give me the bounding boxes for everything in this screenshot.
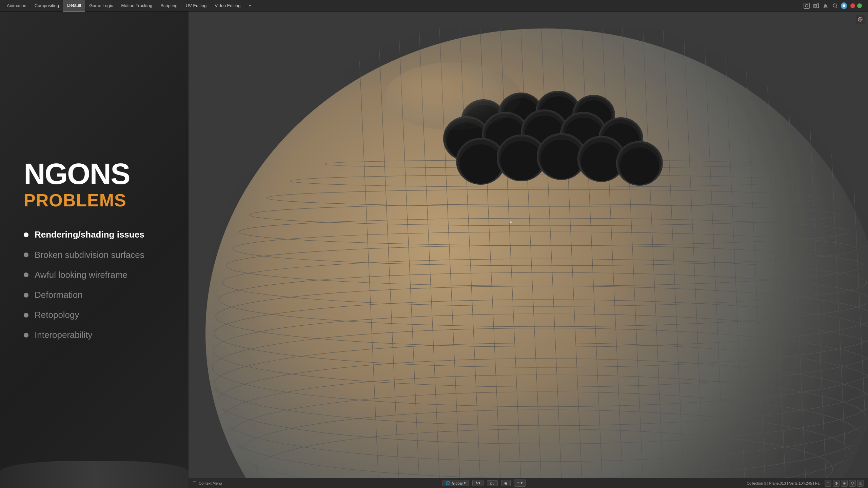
snap-btn[interactable]: ⎋▾ xyxy=(487,480,498,486)
svg-point-87 xyxy=(540,140,583,179)
bullet-item-4: Retopology xyxy=(24,310,165,320)
svg-point-93 xyxy=(620,147,659,185)
bullet-dot-0 xyxy=(24,232,28,237)
statusbar-center: 🌐 Global ▾ ↻▾ ⎋▾ ◉ 〜▾ xyxy=(222,480,747,487)
bullet-dot-4 xyxy=(24,313,28,318)
bullet-item-2: Awful looking wireframe xyxy=(24,270,165,280)
svg-point-2 xyxy=(815,5,817,7)
viewport-controls xyxy=(856,15,865,24)
svg-point-90 xyxy=(581,142,622,181)
statusbar-left: ☰ Context Menu xyxy=(193,481,222,485)
context-menu-icon: ☰ xyxy=(193,481,196,485)
camera-icon[interactable] xyxy=(812,2,820,9)
gizmo-icon[interactable] xyxy=(856,15,865,24)
menu-item-uvediting[interactable]: UV Editing xyxy=(182,0,211,12)
svg-point-81 xyxy=(460,144,502,184)
blender-logo-icon xyxy=(841,2,848,9)
bullet-dot-1 xyxy=(24,252,28,257)
slide-panel: NGONS PROBLEMS Rendering/shading issues … xyxy=(0,12,189,488)
bullet-dot-3 xyxy=(24,293,28,298)
svg-point-1 xyxy=(805,4,808,7)
xray-icon[interactable]: ◫ xyxy=(857,480,864,487)
menu-item-scripting[interactable]: Scripting xyxy=(156,0,182,12)
viewport-shading-rendered-icon[interactable]: ◉ xyxy=(841,480,848,487)
svg-point-84 xyxy=(500,141,542,180)
svg-point-94 xyxy=(385,62,521,130)
proportional-btn[interactable]: ◉ xyxy=(501,480,511,486)
slide-title-main: NGONS xyxy=(24,159,165,189)
topbar-icons xyxy=(803,2,865,9)
overlay-icon[interactable]: ⬡ xyxy=(849,480,856,487)
bullet-item-0: Rendering/shading issues xyxy=(24,229,165,240)
viewport[interactable] xyxy=(189,12,868,478)
bullet-item-1: Broken subdivision surfaces xyxy=(24,250,165,260)
bullet-item-3: Deformation xyxy=(24,290,165,300)
scene-svg xyxy=(189,12,868,478)
statusbar-icons: □ ◑ ◉ ⬡ ◫ xyxy=(825,480,864,487)
menu-item-gamelogic[interactable]: Game Logic xyxy=(85,0,117,12)
svg-rect-0 xyxy=(804,3,809,8)
viewport-shading-solid-icon[interactable]: □ xyxy=(825,480,831,487)
bullet-dot-2 xyxy=(24,272,28,277)
topbar: Animation Compositing Default Game Logic… xyxy=(0,0,868,12)
bullet-list: Rendering/shading issues Broken subdivis… xyxy=(24,229,165,340)
statusbar-right: Collection 3 | Plane.013 | Verts:104,245… xyxy=(747,480,864,487)
statusbar: ☰ Context Menu 🌐 Global ▾ ↻▾ ⎋▾ ◉ 〜▾ Col… xyxy=(189,478,868,488)
hand-icon[interactable] xyxy=(822,2,829,9)
viewport-shading-material-icon[interactable]: ◑ xyxy=(833,480,840,487)
menu-item-motiontracking[interactable]: Motion Tracking xyxy=(117,0,156,12)
global-icon: 🌐 xyxy=(446,481,450,485)
render-icon[interactable] xyxy=(803,2,810,9)
slide-title-sub: PROBLEMS xyxy=(24,191,165,209)
falloff-btn[interactable]: 〜▾ xyxy=(514,480,526,487)
transform-btn[interactable]: ↻▾ xyxy=(472,480,484,486)
dot-red-icon xyxy=(850,3,855,8)
viewport-label-btn[interactable]: 🌐 Global ▾ xyxy=(442,480,469,486)
context-menu-label: Context Menu xyxy=(199,481,222,485)
bullet-dot-5 xyxy=(24,333,28,338)
menu-item-add-workspace[interactable]: + xyxy=(245,0,256,12)
menu-item-animation[interactable]: Animation xyxy=(3,0,31,12)
dot-green-icon xyxy=(857,3,862,8)
menu-item-videoediting[interactable]: Video Editing xyxy=(211,0,244,12)
menu-item-compositing[interactable]: Compositing xyxy=(31,0,63,12)
collection-info: Collection 3 | Plane.013 | Verts:104,245… xyxy=(747,481,823,485)
bullet-item-5: Interoperability xyxy=(24,330,165,340)
search-icon[interactable] xyxy=(831,2,839,9)
svg-point-3 xyxy=(833,4,836,7)
svg-point-95 xyxy=(510,221,512,223)
menu-item-default[interactable]: Default xyxy=(63,0,85,12)
svg-line-4 xyxy=(836,7,837,8)
dropdown-arrow: ▾ xyxy=(464,481,466,485)
